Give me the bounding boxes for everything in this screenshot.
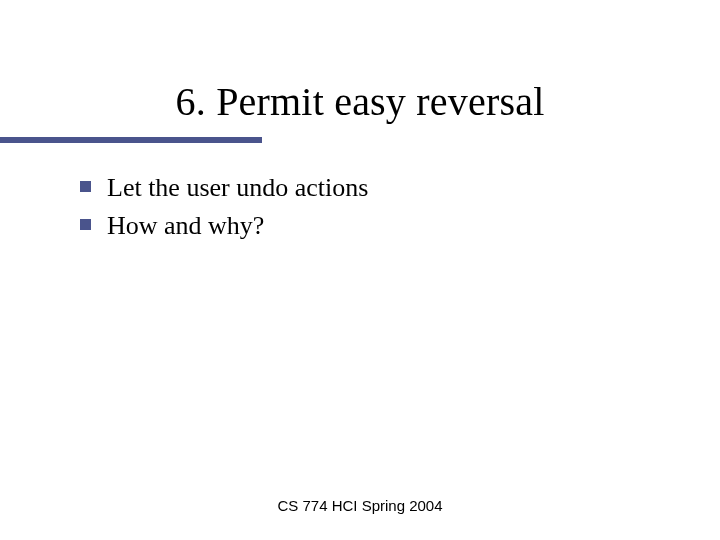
list-item: Let the user undo actions [80, 171, 660, 205]
bullet-text: How and why? [107, 209, 264, 243]
bullet-text: Let the user undo actions [107, 171, 368, 205]
slide-title: 6. Permit easy reversal [0, 78, 720, 125]
footer-text: CS 774 HCI Spring 2004 [0, 497, 720, 514]
bullet-icon [80, 181, 91, 192]
body-area: Let the user undo actions How and why? [0, 143, 720, 243]
slide: 6. Permit easy reversal Let the user und… [0, 0, 720, 540]
bullet-icon [80, 219, 91, 230]
title-area: 6. Permit easy reversal [0, 0, 720, 143]
list-item: How and why? [80, 209, 660, 243]
